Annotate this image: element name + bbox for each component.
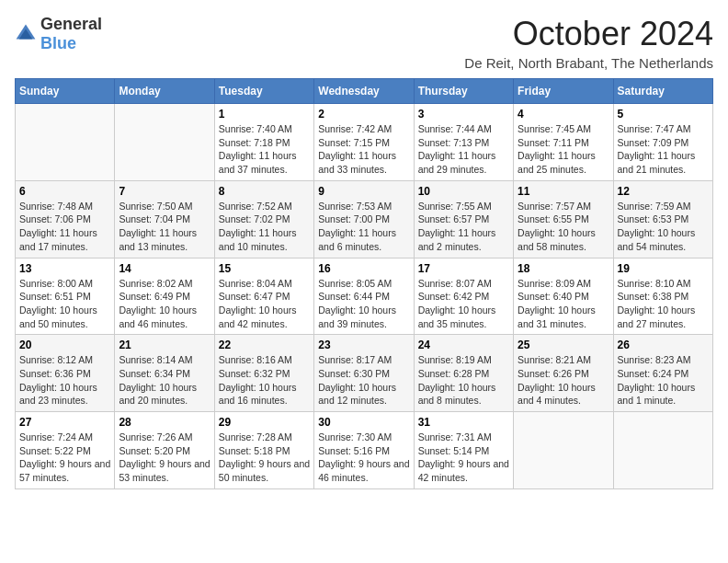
day-number: 29 xyxy=(219,416,310,429)
weekday-header-friday: Friday xyxy=(514,79,613,104)
calendar-cell: 31Sunrise: 7:31 AM Sunset: 5:14 PM Dayli… xyxy=(414,412,513,489)
calendar-week-row: 1Sunrise: 7:40 AM Sunset: 7:18 PM Daylig… xyxy=(16,104,713,181)
day-detail: Sunrise: 8:23 AM Sunset: 6:24 PM Dayligh… xyxy=(618,353,709,408)
calendar-cell: 2Sunrise: 7:42 AM Sunset: 7:15 PM Daylig… xyxy=(314,104,414,181)
day-detail: Sunrise: 7:26 AM Sunset: 5:20 PM Dayligh… xyxy=(119,431,210,485)
day-number: 12 xyxy=(618,185,709,198)
day-detail: Sunrise: 8:17 AM Sunset: 6:30 PM Dayligh… xyxy=(318,353,409,408)
calendar-cell: 6Sunrise: 7:48 AM Sunset: 7:06 PM Daylig… xyxy=(16,180,115,258)
calendar-cell xyxy=(613,412,712,489)
calendar-cell: 23Sunrise: 8:17 AM Sunset: 6:30 PM Dayli… xyxy=(314,335,414,412)
logo: General Blue xyxy=(15,15,102,53)
day-detail: Sunrise: 7:57 AM Sunset: 6:55 PM Dayligh… xyxy=(518,200,609,254)
calendar-cell: 12Sunrise: 7:59 AM Sunset: 6:53 PM Dayli… xyxy=(613,180,712,258)
day-number: 25 xyxy=(518,339,609,351)
calendar-cell: 24Sunrise: 8:19 AM Sunset: 6:28 PM Dayli… xyxy=(414,335,513,412)
month-title: October 2024 xyxy=(464,15,713,53)
calendar-cell: 28Sunrise: 7:26 AM Sunset: 5:20 PM Dayli… xyxy=(115,412,214,489)
day-number: 14 xyxy=(119,262,210,275)
calendar-table: SundayMondayTuesdayWednesdayThursdayFrid… xyxy=(15,78,713,489)
calendar-cell: 13Sunrise: 8:00 AM Sunset: 6:51 PM Dayli… xyxy=(16,258,115,335)
title-block: October 2024 De Reit, North Brabant, The… xyxy=(464,15,713,71)
calendar-cell: 19Sunrise: 8:10 AM Sunset: 6:38 PM Dayli… xyxy=(613,258,712,335)
day-detail: Sunrise: 7:53 AM Sunset: 7:00 PM Dayligh… xyxy=(318,200,409,254)
day-detail: Sunrise: 8:05 AM Sunset: 6:44 PM Dayligh… xyxy=(318,277,409,331)
day-number: 5 xyxy=(618,108,709,121)
weekday-header-tuesday: Tuesday xyxy=(214,79,313,104)
location-subtitle: De Reit, North Brabant, The Netherlands xyxy=(464,55,713,71)
calendar-cell: 21Sunrise: 8:14 AM Sunset: 6:34 PM Dayli… xyxy=(115,335,214,412)
calendar-cell: 29Sunrise: 7:28 AM Sunset: 5:18 PM Dayli… xyxy=(214,412,313,489)
calendar-cell xyxy=(514,412,613,489)
day-detail: Sunrise: 7:42 AM Sunset: 7:15 PM Dayligh… xyxy=(318,122,409,177)
day-number: 13 xyxy=(19,262,110,275)
day-number: 26 xyxy=(618,339,709,351)
day-number: 16 xyxy=(318,262,409,275)
day-number: 10 xyxy=(418,185,509,198)
day-number: 4 xyxy=(518,108,609,121)
weekday-header-sunday: Sunday xyxy=(16,79,115,104)
calendar-cell: 7Sunrise: 7:50 AM Sunset: 7:04 PM Daylig… xyxy=(115,180,214,258)
calendar-cell: 22Sunrise: 8:16 AM Sunset: 6:32 PM Dayli… xyxy=(214,335,313,412)
day-detail: Sunrise: 7:40 AM Sunset: 7:18 PM Dayligh… xyxy=(219,122,310,177)
day-number: 6 xyxy=(19,185,110,198)
day-number: 9 xyxy=(318,185,409,198)
calendar-cell xyxy=(115,104,214,181)
day-detail: Sunrise: 8:09 AM Sunset: 6:40 PM Dayligh… xyxy=(518,277,609,331)
calendar-cell: 20Sunrise: 8:12 AM Sunset: 6:36 PM Dayli… xyxy=(16,335,115,412)
calendar-cell: 5Sunrise: 7:47 AM Sunset: 7:09 PM Daylig… xyxy=(613,104,712,181)
day-detail: Sunrise: 7:59 AM Sunset: 6:53 PM Dayligh… xyxy=(618,200,709,254)
weekday-header-saturday: Saturday xyxy=(613,79,712,104)
day-number: 19 xyxy=(618,262,709,275)
calendar-cell: 30Sunrise: 7:30 AM Sunset: 5:16 PM Dayli… xyxy=(314,412,414,489)
logo-general-text: General xyxy=(40,15,102,33)
calendar-week-row: 27Sunrise: 7:24 AM Sunset: 5:22 PM Dayli… xyxy=(16,412,713,489)
calendar-cell: 10Sunrise: 7:55 AM Sunset: 6:57 PM Dayli… xyxy=(414,180,513,258)
page-header: General Blue October 2024 De Reit, North… xyxy=(15,15,713,71)
day-detail: Sunrise: 7:50 AM Sunset: 7:04 PM Dayligh… xyxy=(119,200,210,254)
day-number: 31 xyxy=(418,416,509,429)
calendar-cell: 18Sunrise: 8:09 AM Sunset: 6:40 PM Dayli… xyxy=(514,258,613,335)
day-number: 30 xyxy=(318,416,409,429)
day-detail: Sunrise: 8:00 AM Sunset: 6:51 PM Dayligh… xyxy=(19,277,110,331)
calendar-cell: 3Sunrise: 7:44 AM Sunset: 7:13 PM Daylig… xyxy=(414,104,513,181)
day-detail: Sunrise: 7:44 AM Sunset: 7:13 PM Dayligh… xyxy=(418,122,509,177)
day-number: 17 xyxy=(418,262,509,275)
calendar-week-row: 13Sunrise: 8:00 AM Sunset: 6:51 PM Dayli… xyxy=(16,258,713,335)
day-number: 11 xyxy=(518,185,609,198)
calendar-cell: 11Sunrise: 7:57 AM Sunset: 6:55 PM Dayli… xyxy=(514,180,613,258)
weekday-header-wednesday: Wednesday xyxy=(314,79,414,104)
day-number: 18 xyxy=(518,262,609,275)
day-detail: Sunrise: 7:28 AM Sunset: 5:18 PM Dayligh… xyxy=(219,431,310,485)
calendar-cell: 27Sunrise: 7:24 AM Sunset: 5:22 PM Dayli… xyxy=(16,412,115,489)
day-number: 3 xyxy=(418,108,509,121)
day-detail: Sunrise: 7:48 AM Sunset: 7:06 PM Dayligh… xyxy=(19,200,110,254)
calendar-cell: 8Sunrise: 7:52 AM Sunset: 7:02 PM Daylig… xyxy=(214,180,313,258)
calendar-cell: 16Sunrise: 8:05 AM Sunset: 6:44 PM Dayli… xyxy=(314,258,414,335)
calendar-week-row: 6Sunrise: 7:48 AM Sunset: 7:06 PM Daylig… xyxy=(16,180,713,258)
day-detail: Sunrise: 8:19 AM Sunset: 6:28 PM Dayligh… xyxy=(418,353,509,408)
calendar-cell xyxy=(16,104,115,181)
day-detail: Sunrise: 8:10 AM Sunset: 6:38 PM Dayligh… xyxy=(618,277,709,331)
calendar-cell: 25Sunrise: 8:21 AM Sunset: 6:26 PM Dayli… xyxy=(514,335,613,412)
day-number: 24 xyxy=(418,339,509,351)
calendar-week-row: 20Sunrise: 8:12 AM Sunset: 6:36 PM Dayli… xyxy=(16,335,713,412)
day-number: 22 xyxy=(219,339,310,351)
calendar-cell: 1Sunrise: 7:40 AM Sunset: 7:18 PM Daylig… xyxy=(214,104,313,181)
calendar-cell: 14Sunrise: 8:02 AM Sunset: 6:49 PM Dayli… xyxy=(115,258,214,335)
day-number: 15 xyxy=(219,262,310,275)
day-detail: Sunrise: 8:12 AM Sunset: 6:36 PM Dayligh… xyxy=(19,353,110,408)
day-detail: Sunrise: 7:24 AM Sunset: 5:22 PM Dayligh… xyxy=(19,431,110,485)
day-detail: Sunrise: 8:14 AM Sunset: 6:34 PM Dayligh… xyxy=(119,353,210,408)
day-number: 27 xyxy=(19,416,110,429)
day-detail: Sunrise: 8:21 AM Sunset: 6:26 PM Dayligh… xyxy=(518,353,609,408)
calendar-cell: 9Sunrise: 7:53 AM Sunset: 7:00 PM Daylig… xyxy=(314,180,414,258)
day-detail: Sunrise: 8:16 AM Sunset: 6:32 PM Dayligh… xyxy=(219,353,310,408)
day-number: 28 xyxy=(119,416,210,429)
day-number: 20 xyxy=(19,339,110,351)
day-detail: Sunrise: 8:07 AM Sunset: 6:42 PM Dayligh… xyxy=(418,277,509,331)
day-detail: Sunrise: 8:04 AM Sunset: 6:47 PM Dayligh… xyxy=(219,277,310,331)
calendar-cell: 17Sunrise: 8:07 AM Sunset: 6:42 PM Dayli… xyxy=(414,258,513,335)
day-detail: Sunrise: 7:52 AM Sunset: 7:02 PM Dayligh… xyxy=(219,200,310,254)
logo-blue-text: Blue xyxy=(40,34,76,52)
